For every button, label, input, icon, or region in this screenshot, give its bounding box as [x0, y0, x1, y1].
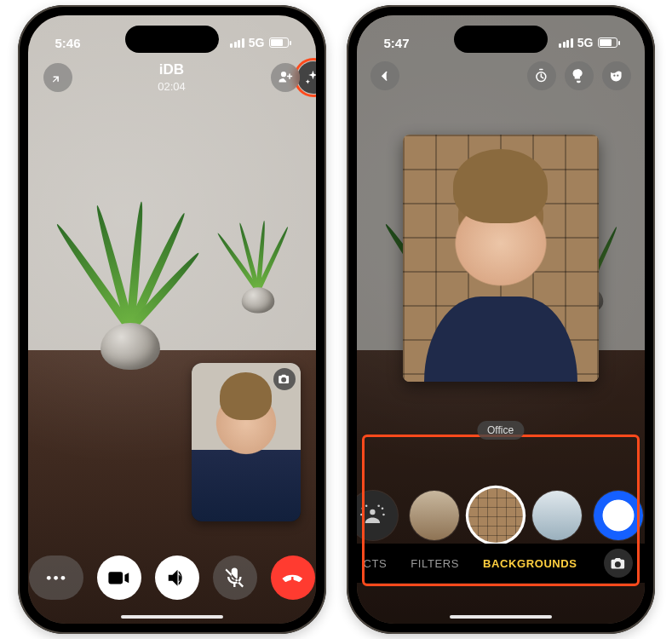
status-right: 5G: [230, 36, 288, 49]
mute-button[interactable]: [213, 556, 257, 600]
screen-left: 5:46 5G iDB 02:04: [28, 15, 316, 624]
status-time: 5:47: [384, 36, 410, 50]
home-indicator[interactable]: [121, 615, 223, 619]
effects-mask-button[interactable]: [602, 61, 631, 90]
svg-point-7: [377, 504, 380, 507]
tab-filters[interactable]: FILTERS: [411, 557, 459, 570]
screen-right: 5:47 5G: [357, 15, 645, 624]
selected-background-label: Office: [477, 421, 524, 440]
speaker-button[interactable]: [155, 556, 199, 600]
self-view-pip[interactable]: [192, 363, 301, 521]
background-option-city[interactable]: [532, 491, 582, 540]
mute-icon: [222, 566, 247, 590]
backgrounds-tray: CTS FILTERS BACKGROUNDS: [357, 436, 645, 624]
add-person-icon: [278, 69, 294, 85]
call-header: iDB 02:04: [28, 61, 316, 93]
background-option-room[interactable]: [410, 491, 459, 540]
minimize-button[interactable]: [43, 63, 72, 92]
plant-decor: [79, 174, 181, 344]
svg-point-10: [382, 513, 385, 515]
svg-point-2: [60, 576, 65, 580]
plant-decor: [230, 205, 286, 299]
home-indicator[interactable]: [450, 615, 552, 619]
remote-video-feed: [28, 15, 316, 624]
status-right: 5G: [559, 36, 617, 49]
end-call-icon: [280, 566, 305, 590]
timer-button[interactable]: [527, 61, 556, 90]
flash-icon: [571, 68, 587, 84]
flip-camera-icon: [278, 373, 290, 385]
dynamic-island: [454, 26, 548, 53]
signal-icon: [559, 38, 573, 48]
tab-effects[interactable]: CTS: [364, 557, 388, 570]
end-call-button[interactable]: [271, 556, 315, 600]
background-option-blur[interactable]: [357, 491, 398, 540]
flip-camera-button[interactable]: [273, 368, 296, 390]
svg-point-9: [360, 513, 363, 515]
signal-icon: [230, 38, 244, 48]
effects-tabs: CTS FILTERS BACKGROUNDS: [357, 544, 645, 583]
back-icon: [376, 68, 393, 84]
background-options-row[interactable]: [357, 491, 645, 540]
more-button[interactable]: [29, 556, 83, 600]
network-label: 5G: [249, 36, 265, 49]
phone-left: 5:46 5G iDB 02:04: [18, 5, 326, 634]
more-icon: [41, 566, 71, 590]
network-label: 5G: [577, 36, 594, 49]
blur-icon: [358, 501, 388, 531]
phone-right: 5:47 5G: [347, 5, 655, 634]
svg-point-5: [362, 507, 365, 509]
status-time: 5:46: [55, 36, 81, 50]
back-button[interactable]: [370, 61, 399, 90]
call-controls: [28, 556, 316, 600]
svg-point-6: [365, 504, 368, 507]
minimize-icon: [49, 69, 66, 85]
timer-icon: [533, 68, 549, 84]
battery-icon: [269, 37, 289, 48]
svg-point-8: [382, 507, 384, 509]
background-preview: [403, 135, 599, 382]
flash-button[interactable]: [565, 61, 594, 90]
camera-icon: [610, 556, 626, 572]
contact-name: iDB: [158, 61, 186, 78]
video-button[interactable]: [97, 556, 141, 600]
call-duration: 02:04: [158, 80, 186, 93]
video-icon: [106, 566, 131, 590]
background-option-globe[interactable]: [594, 491, 643, 540]
battery-icon: [598, 37, 617, 48]
call-title: iDB 02:04: [158, 61, 186, 93]
svg-point-4: [370, 509, 375, 514]
svg-point-0: [47, 576, 51, 580]
speaker-icon: [164, 566, 189, 590]
svg-point-1: [54, 576, 58, 580]
dynamic-island: [125, 26, 219, 53]
effects-icon: [608, 68, 624, 84]
background-option-office[interactable]: [468, 488, 523, 543]
tab-backgrounds[interactable]: BACKGROUNDS: [483, 557, 577, 570]
capture-button[interactable]: [604, 549, 633, 578]
add-person-button[interactable]: [271, 63, 300, 92]
effects-top-controls: [357, 61, 645, 90]
